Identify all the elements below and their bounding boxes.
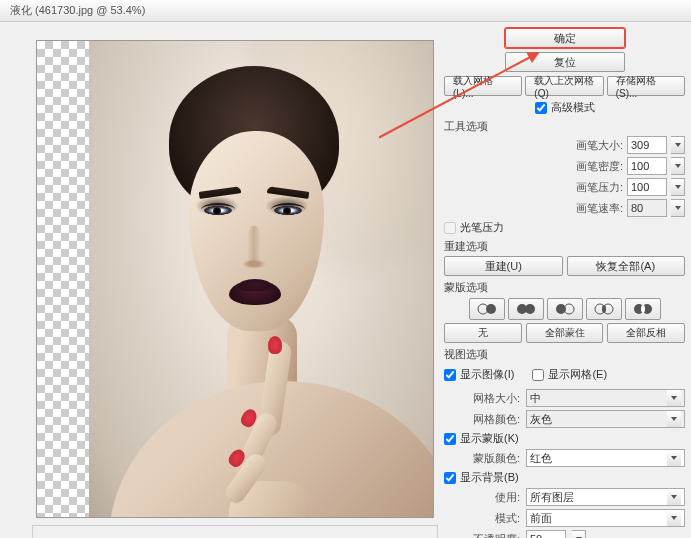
- image-preview: [89, 41, 433, 517]
- save-mesh-button[interactable]: 存储网格(S)...: [607, 76, 685, 96]
- brush-size-dd[interactable]: [671, 136, 685, 154]
- svg-point-11: [641, 305, 645, 313]
- mask-color-label: 蒙版颜色:: [460, 451, 520, 466]
- svg-point-1: [486, 304, 496, 314]
- mask-replace-icon[interactable]: [469, 298, 505, 320]
- show-image-label: 显示图像(I): [460, 367, 514, 382]
- show-bg-label: 显示背景(B): [460, 470, 519, 485]
- main-area: 确定 复位 载入网格(L)... 载入上次网格(Q) 存储网格(S)... 高级…: [0, 22, 691, 538]
- ok-button[interactable]: 确定: [505, 28, 625, 48]
- use-label: 使用:: [460, 490, 520, 505]
- tool-options-label: 工具选项: [444, 119, 685, 134]
- mesh-color-label: 网格颜色:: [460, 412, 520, 427]
- pen-pressure-checkbox: [444, 222, 456, 234]
- options-panel: 确定 复位 载入网格(L)... 载入上次网格(Q) 存储网格(S)... 高级…: [438, 22, 691, 538]
- mode-label: 模式:: [460, 511, 520, 526]
- mask-none-button[interactable]: 无: [444, 323, 522, 343]
- brush-pressure-input[interactable]: [627, 178, 667, 196]
- brush-density-input[interactable]: [627, 157, 667, 175]
- window-title: 液化 (461730.jpg @ 53.4%): [10, 3, 145, 18]
- pen-pressure-label: 光笔压力: [460, 220, 504, 235]
- canvas[interactable]: [36, 40, 434, 518]
- mode-select[interactable]: 前面: [526, 509, 685, 527]
- show-mask-label: 显示蒙版(K): [460, 431, 519, 446]
- advanced-mode-checkbox[interactable]: [535, 102, 547, 114]
- advanced-mode-label: 高级模式: [551, 100, 595, 115]
- mask-all-button[interactable]: 全部蒙住: [526, 323, 604, 343]
- show-bg-checkbox[interactable]: [444, 472, 456, 484]
- load-last-mesh-button[interactable]: 载入上次网格(Q): [525, 76, 603, 96]
- brush-pressure-label: 画笔压力:: [576, 180, 623, 195]
- mesh-color-select: 灰色: [526, 410, 685, 428]
- opacity-dd[interactable]: [572, 530, 586, 538]
- horizontal-scrollbar[interactable]: [32, 525, 438, 538]
- brush-size-label: 画笔大小:: [576, 138, 623, 153]
- brush-rate-dd[interactable]: [671, 199, 685, 217]
- mask-invert-button[interactable]: 全部反相: [607, 323, 685, 343]
- mask-exclude-icon[interactable]: [625, 298, 661, 320]
- mask-color-select[interactable]: 红色: [526, 449, 685, 467]
- show-mesh-label: 显示网格(E): [548, 367, 607, 382]
- use-select[interactable]: 所有图层: [526, 488, 685, 506]
- load-mesh-button[interactable]: 载入网格(L)...: [444, 76, 522, 96]
- mask-intersect-icon[interactable]: [586, 298, 622, 320]
- opacity-label: 不透明度:: [460, 532, 520, 539]
- show-image-checkbox[interactable]: [444, 369, 456, 381]
- brush-pressure-dd[interactable]: [671, 178, 685, 196]
- reset-button[interactable]: 复位: [505, 52, 625, 72]
- reconstruct-label: 重建选项: [444, 239, 685, 254]
- svg-point-3: [525, 304, 535, 314]
- restore-all-button[interactable]: 恢复全部(A): [567, 256, 686, 276]
- brush-density-label: 画笔密度:: [576, 159, 623, 174]
- brush-rate-label: 画笔速率:: [576, 201, 623, 216]
- show-mask-checkbox[interactable]: [444, 433, 456, 445]
- brush-size-input[interactable]: [627, 136, 667, 154]
- mask-subtract-icon[interactable]: [547, 298, 583, 320]
- opacity-input[interactable]: [526, 530, 566, 538]
- mesh-size-label: 网格大小:: [460, 391, 520, 406]
- mesh-size-select: 中: [526, 389, 685, 407]
- mask-mode-icons: [444, 298, 685, 320]
- canvas-area: [0, 22, 438, 538]
- title-bar: 液化 (461730.jpg @ 53.4%): [0, 0, 691, 22]
- rebuild-button[interactable]: 重建(U): [444, 256, 563, 276]
- view-options-label: 视图选项: [444, 347, 685, 362]
- mask-add-icon[interactable]: [508, 298, 544, 320]
- mask-options-label: 蒙版选项: [444, 280, 685, 295]
- show-mesh-checkbox[interactable]: [532, 369, 544, 381]
- svg-point-8: [602, 305, 606, 313]
- brush-rate-input: [627, 199, 667, 217]
- brush-density-dd[interactable]: [671, 157, 685, 175]
